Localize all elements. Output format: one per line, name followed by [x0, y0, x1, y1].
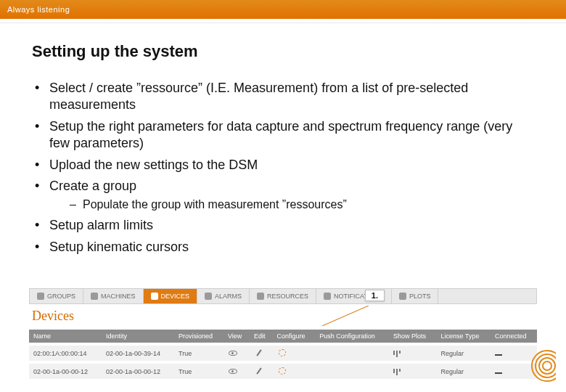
- tab-bar: GROUPS MACHINES DEVICES ALARMS RESOURCES…: [29, 288, 537, 304]
- brand-logo: [524, 350, 556, 382]
- tab-label: MACHINES: [101, 293, 136, 300]
- gear-icon: [277, 367, 287, 375]
- cell-edit[interactable]: [250, 344, 273, 362]
- cell-license: Regular: [437, 344, 491, 362]
- cell-plots[interactable]: [389, 344, 437, 362]
- devices-table: Name Identity Provisioned View Edit Conf…: [29, 330, 537, 379]
- tab-label: PLOTS: [409, 293, 431, 300]
- cell-view[interactable]: [223, 362, 250, 379]
- bullet-item: Setup kinematic cursors: [32, 239, 534, 256]
- slide-content: Setting up the system Select / create ”r…: [0, 23, 566, 256]
- eye-icon: [228, 349, 238, 358]
- tab-groups[interactable]: GROUPS: [30, 289, 83, 303]
- col-configure: Configure: [273, 330, 316, 344]
- col-push: Push Configuration: [315, 330, 389, 344]
- plots-icon: [399, 293, 406, 300]
- col-plots: Show Plots: [389, 330, 437, 344]
- groups-icon: [37, 293, 44, 300]
- cell-push[interactable]: [315, 344, 389, 362]
- sub-bullet-list: Populate the group with measurement ”res…: [49, 197, 534, 213]
- col-provisioned: Provisioned: [174, 330, 223, 344]
- brand-banner: Always listening: [0, 0, 566, 19]
- col-view: View: [223, 330, 250, 344]
- tab-label: RESOURCES: [267, 293, 308, 300]
- pencil-icon: [254, 367, 264, 375]
- cell-name: 02:00:1A:00:00:14: [29, 344, 102, 362]
- tab-alarms[interactable]: ALARMS: [197, 289, 250, 303]
- cell-view[interactable]: [223, 344, 250, 362]
- tab-devices[interactable]: DEVICES: [144, 289, 198, 303]
- svg-line-0: [322, 306, 369, 326]
- cell-identity: 02-00-1a-00-00-12: [102, 362, 174, 379]
- cell-push[interactable]: [315, 362, 389, 379]
- col-name: Name: [29, 330, 102, 344]
- page-title: Setting up the system: [32, 42, 534, 61]
- cell-configure[interactable]: [273, 344, 316, 362]
- callout-box: 1.: [365, 290, 385, 301]
- machines-icon: [91, 293, 98, 300]
- table-row: 02-00-1a-00-00-12 02-00-1a-00-00-12 True…: [29, 362, 537, 379]
- panel-title-text: Devices: [32, 309, 74, 323]
- table-header-row: Name Identity Provisioned View Edit Conf…: [29, 330, 537, 344]
- gear-icon: [277, 348, 287, 357]
- tab-resources[interactable]: RESOURCES: [250, 289, 316, 303]
- tab-label: ALARMS: [215, 293, 242, 300]
- cell-edit[interactable]: [250, 362, 273, 379]
- cell-identity: 02-00-1a-00-39-14: [102, 344, 174, 362]
- tab-label: GROUPS: [47, 293, 75, 300]
- bullet-item: Setup alarm limits: [32, 217, 534, 234]
- bars-icon: [393, 369, 401, 375]
- col-edit: Edit: [250, 330, 273, 344]
- cell-plots[interactable]: [389, 362, 437, 379]
- col-license: License Type: [437, 330, 491, 344]
- col-identity: Identity: [102, 330, 174, 344]
- bullet-item: Create a group Populate the group with m…: [32, 178, 534, 213]
- brand-tagline: Always listening: [7, 5, 70, 14]
- tab-machines[interactable]: MACHINES: [83, 289, 144, 303]
- pencil-icon: [254, 348, 264, 357]
- table-row: 02:00:1A:00:00:14 02-00-1a-00-39-14 True…: [29, 344, 537, 362]
- dash-icon: [495, 372, 502, 374]
- tab-label: DEVICES: [161, 293, 190, 300]
- cell-provisioned: True: [174, 344, 223, 362]
- resources-icon: [257, 293, 264, 300]
- app-screenshot: GROUPS MACHINES DEVICES ALARMS RESOURCES…: [29, 288, 537, 379]
- svg-point-2: [539, 358, 555, 374]
- eye-icon: [228, 367, 238, 376]
- tab-plots[interactable]: PLOTS: [392, 289, 439, 303]
- bullet-text: Create a group: [49, 179, 136, 193]
- bullet-list: Select / create ”ressource” (I.E. Measur…: [32, 80, 534, 256]
- cell-configure[interactable]: [273, 362, 316, 379]
- notifications-icon: [324, 293, 331, 300]
- col-connected: Connected: [491, 330, 537, 344]
- sub-bullet-item: Populate the group with measurement ”res…: [70, 197, 534, 213]
- bullet-item: Select / create ”ressource” (I.E. Measur…: [32, 80, 534, 114]
- cell-name: 02-00-1a-00-00-12: [29, 362, 102, 379]
- bars-icon: [393, 351, 401, 357]
- dash-icon: [495, 354, 502, 356]
- panel-title: Devices 1.: [29, 304, 537, 327]
- cell-provisioned: True: [174, 362, 223, 379]
- svg-point-1: [543, 362, 551, 370]
- alarms-icon: [205, 293, 212, 300]
- cell-license: Regular: [437, 362, 491, 379]
- callout-arrow: [322, 306, 369, 326]
- bullet-item: Upload the new settings to the DSM: [32, 157, 534, 173]
- bullet-item: Setup the right parameters for data capt…: [32, 118, 534, 152]
- devices-icon: [151, 293, 158, 300]
